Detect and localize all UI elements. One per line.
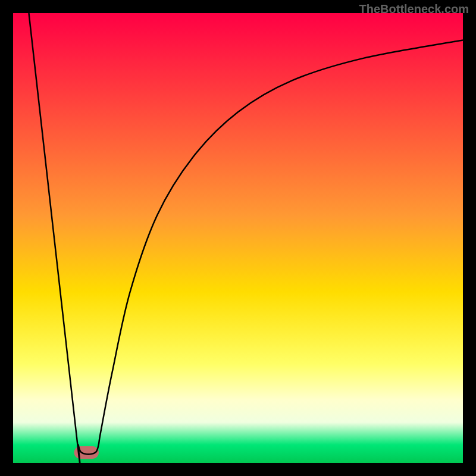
chart-area [13, 13, 463, 463]
gradient-background [13, 13, 463, 463]
chart-svg [13, 13, 463, 463]
watermark-text: TheBottleneck.com [359, 2, 469, 16]
